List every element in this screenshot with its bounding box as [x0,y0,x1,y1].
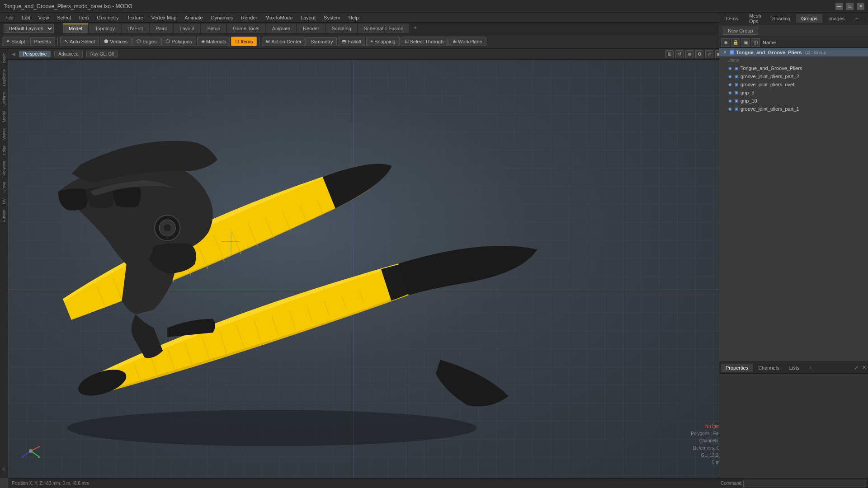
group-item-part2[interactable]: ◉ ▣ groove_joint_pliers_part_2 [719,72,868,80]
vertices-button[interactable]: ⬟ Vertices [100,37,132,46]
viewport-sync-icon[interactable]: ↺ [675,50,684,58]
groups-tool-eye[interactable]: ◉ [721,38,730,47]
menu-file[interactable]: File [2,14,17,21]
action-center-button[interactable]: ⊕ Action Center [262,37,306,46]
tab-animate[interactable]: Animate [266,23,296,33]
groups-tool-1[interactable]: ▣ [741,38,750,47]
group-item-grip9[interactable]: ◉ ▣ grip_9 [719,89,868,97]
symmetry-button[interactable]: Symmetry [307,37,337,46]
tab-uvedit[interactable]: UVEdit [122,23,149,33]
sidebar-item-duplicate[interactable]: Duplicate [1,66,7,89]
tab-items[interactable]: Items [721,14,743,23]
group-item-part1[interactable]: ◉ ▣ groove_joint_pliers_part_1 [719,105,868,113]
menu-render[interactable]: Render [237,14,261,21]
svg-point-33 [164,224,171,231]
ray-gl-button[interactable]: Ray GL: Off [86,51,118,57]
menu-dynamics[interactable]: Dynamics [208,14,236,21]
tab-groups[interactable]: Groups [796,14,822,23]
tab-schematic-fusion[interactable]: Schematic Fusion [358,23,409,33]
menu-select[interactable]: Select [53,14,75,21]
menu-help[interactable]: Help [345,14,363,21]
group-item-root[interactable]: ▼ ▣ Tongue_and_Groove_Pliers (2) : Group [719,48,868,56]
sculpt-button[interactable]: ✦ Sculpt [2,37,29,46]
menu-view[interactable]: View [35,14,53,21]
tab-scripting[interactable]: Scripting [326,23,357,33]
group-item-tongue[interactable]: ◉ ▣ Tongue_and_Groove_Pliers [719,64,868,72]
snapping-button[interactable]: ⌖ Snapping [366,37,400,46]
advanced-button[interactable]: Advanced [54,51,82,57]
maximize-button[interactable]: □ [846,3,854,10]
groups-header: New Group [719,24,868,37]
menu-maxtomodo[interactable]: MaxToModo [262,14,296,21]
falloff-button[interactable]: ◓ Falloff [338,37,365,46]
items-button[interactable]: ◻ Items [231,37,257,46]
sidebar-item-model[interactable]: Model [1,108,7,125]
add-props-tab[interactable]: + [805,364,816,372]
viewport[interactable]: ◀ Perspective Advanced Ray GL: Off ⊞ ↺ ⊕… [8,49,727,478]
svg-point-0 [67,410,477,446]
viewport-canvas[interactable]: No Items Polygons : Face Channels: 0 Def… [8,60,727,478]
tab-images[interactable]: Images [823,14,849,23]
sidebar-item-deform[interactable]: Deform [1,89,7,108]
command-input[interactable] [743,480,866,487]
tab-paint[interactable]: Paint [150,23,173,33]
window-controls[interactable]: — □ ✕ [835,3,864,10]
sidebar-item-fusion[interactable]: Fusion [1,207,7,225]
viewport-settings-icon[interactable]: ⚙ [695,50,703,58]
panel-expand-icon[interactable]: ⤢ [864,15,868,22]
edges-button[interactable]: ⬠ Edges [132,37,160,46]
add-layout-tab-button[interactable]: + [410,23,420,33]
viewport-maximize-icon[interactable]: ⤢ [705,50,713,58]
viewport-layout-icon[interactable]: ⊞ [665,50,674,58]
tab-channels[interactable]: Channels [754,364,783,372]
tab-lists[interactable]: Lists [785,364,804,372]
props-close-button[interactable]: ✕ [862,365,866,371]
presets-button[interactable]: Presets [30,37,55,46]
select-through-button[interactable]: ⊡ Select Through [401,37,448,46]
sidebar-item-uv[interactable]: UV [1,196,7,207]
sidebar-item-polygon[interactable]: Polygon [1,158,7,178]
menu-texture[interactable]: Texture [123,14,147,21]
add-panel-tab-button[interactable]: + [850,14,863,23]
tab-topology[interactable]: Topology [89,23,121,33]
group-item-rivet[interactable]: ◉ ▣ groove_joint_pliers_rivet [719,80,868,89]
group-tag-root: (2) : Group [805,50,826,55]
auto-select-button[interactable]: ↖ Auto Select [60,37,99,46]
sidebar-item-edge[interactable]: Edge [1,143,7,158]
menu-system[interactable]: System [320,14,344,21]
groups-content[interactable]: ▼ ▣ Tongue_and_Groove_Pliers (2) : Group… [719,48,868,361]
workplane-button[interactable]: ⊞ WorkPlane [448,37,486,46]
tab-mesh-ops[interactable]: Mesh Ops [744,11,766,26]
tab-game-tools[interactable]: Game Tools [227,23,265,33]
sidebar-item-vertex[interactable]: Vertex [1,126,7,143]
menu-edit[interactable]: Edit [18,14,34,21]
tab-render[interactable]: Render [297,23,325,33]
groups-tool-lock[interactable]: 🔒 [731,38,740,47]
new-group-button[interactable]: New Group [723,27,758,35]
menu-geometry[interactable]: Geometry [93,14,122,21]
tab-shading[interactable]: Shading [767,14,795,23]
close-button[interactable]: ✕ [857,3,864,10]
menu-vertex-map[interactable]: Vertex Map [148,14,180,21]
polygons-button[interactable]: ⬡ Polygons [161,37,196,46]
viewport-search-icon[interactable]: ⊕ [685,50,693,58]
props-expand-icon[interactable]: ⤢ [851,365,861,371]
perspective-button[interactable]: Perspective [19,51,51,57]
menu-layout[interactable]: Layout [297,14,319,21]
status-bar: Position X, Y, Z: -83 mm, 0 m, -8.6 mm [8,478,727,488]
tab-setup[interactable]: Setup [201,23,226,33]
materials-button[interactable]: ◈ Materials [197,37,231,46]
sidebar-bottom-icon[interactable]: ⊙ [1,465,7,474]
menu-item[interactable]: Item [75,14,92,21]
minimize-button[interactable]: — [835,3,843,10]
tab-layout[interactable]: Layout [174,23,200,33]
tab-properties[interactable]: Properties [721,364,753,372]
sidebar-item-basic[interactable]: Basic [1,51,7,66]
layout-selector[interactable]: Default Layouts [4,24,54,33]
sidebar-item-curve[interactable]: Curve [1,179,7,195]
menu-animate[interactable]: Animate [181,14,206,21]
group-item-grip10[interactable]: ◉ ▣ grip_10 [719,97,868,105]
item-mesh-icon-6: ▣ [735,107,739,111]
groups-tool-2[interactable]: ◫ [751,38,760,47]
tab-model[interactable]: Model [63,23,88,33]
